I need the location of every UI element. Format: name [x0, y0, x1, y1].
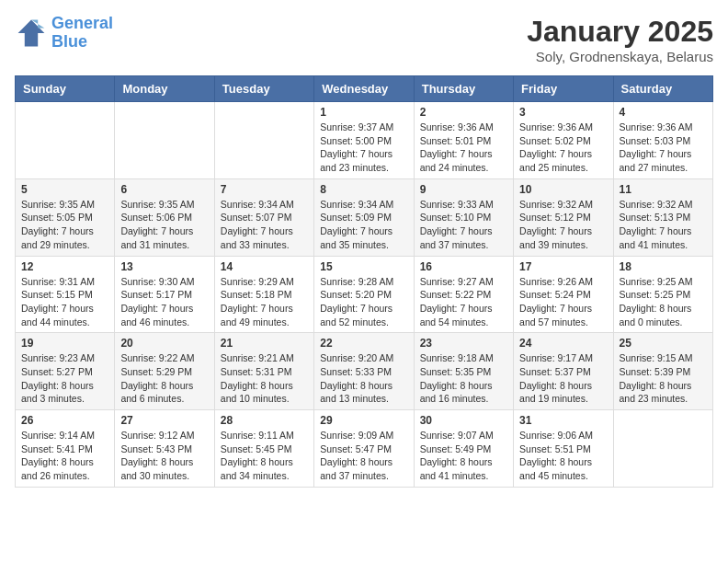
day-info: Sunrise: 9:23 AM Sunset: 5:27 PM Dayligh… — [21, 351, 108, 406]
calendar-cell: 30Sunrise: 9:07 AM Sunset: 5:49 PM Dayli… — [414, 410, 513, 488]
day-number: 30 — [420, 414, 507, 427]
day-info: Sunrise: 9:34 AM Sunset: 5:09 PM Dayligh… — [320, 198, 407, 252]
calendar-cell — [16, 102, 115, 179]
day-number: 5 — [21, 183, 108, 196]
day-info: Sunrise: 9:32 AM Sunset: 5:13 PM Dayligh… — [620, 198, 707, 252]
day-number: 23 — [420, 337, 507, 350]
day-info: Sunrise: 9:17 AM Sunset: 5:37 PM Dayligh… — [519, 351, 607, 406]
logo-text: General Blue — [51, 15, 113, 52]
day-number: 9 — [420, 183, 507, 196]
calendar-cell: 16Sunrise: 9:27 AM Sunset: 5:22 PM Dayli… — [414, 256, 513, 333]
calendar-cell: 11Sunrise: 9:32 AM Sunset: 5:13 PM Dayli… — [613, 178, 712, 256]
day-info: Sunrise: 9:25 AM Sunset: 5:25 PM Dayligh… — [620, 275, 707, 329]
calendar-cell: 24Sunrise: 9:17 AM Sunset: 5:37 PM Dayli… — [514, 333, 613, 410]
day-number: 25 — [620, 337, 707, 350]
calendar-cell: 20Sunrise: 9:22 AM Sunset: 5:29 PM Dayli… — [115, 333, 214, 410]
day-info: Sunrise: 9:12 AM Sunset: 5:43 PM Dayligh… — [120, 429, 208, 483]
calendar-week-row: 26Sunrise: 9:14 AM Sunset: 5:41 PM Dayli… — [16, 410, 713, 488]
calendar-cell: 22Sunrise: 9:20 AM Sunset: 5:33 PM Dayli… — [314, 333, 414, 410]
calendar-cell: 4Sunrise: 9:36 AM Sunset: 5:03 PM Daylig… — [613, 102, 712, 179]
calendar-table: SundayMondayTuesdayWednesdayThursdayFrid… — [15, 75, 713, 488]
day-info: Sunrise: 9:26 AM Sunset: 5:24 PM Dayligh… — [519, 275, 607, 329]
day-info: Sunrise: 9:27 AM Sunset: 5:22 PM Dayligh… — [420, 275, 507, 329]
weekday-header: Friday — [514, 76, 613, 102]
calendar-cell: 27Sunrise: 9:12 AM Sunset: 5:43 PM Dayli… — [115, 410, 214, 488]
day-number: 2 — [420, 106, 507, 119]
day-info: Sunrise: 9:21 AM Sunset: 5:31 PM Dayligh… — [221, 351, 308, 406]
day-info: Sunrise: 9:11 AM Sunset: 5:45 PM Dayligh… — [221, 429, 308, 483]
day-info: Sunrise: 9:20 AM Sunset: 5:33 PM Dayligh… — [320, 351, 407, 406]
day-number: 12 — [21, 260, 108, 273]
day-info: Sunrise: 9:14 AM Sunset: 5:41 PM Dayligh… — [21, 429, 108, 483]
calendar-cell — [214, 102, 313, 179]
calendar-header-row: SundayMondayTuesdayWednesdayThursdayFrid… — [16, 76, 713, 102]
month-title: January 2025 — [527, 15, 713, 49]
day-number: 15 — [320, 260, 407, 273]
day-number: 18 — [620, 260, 707, 273]
calendar-cell: 14Sunrise: 9:29 AM Sunset: 5:18 PM Dayli… — [214, 256, 313, 333]
calendar-cell: 13Sunrise: 9:30 AM Sunset: 5:17 PM Dayli… — [115, 256, 214, 333]
calendar-cell: 25Sunrise: 9:15 AM Sunset: 5:39 PM Dayli… — [613, 333, 712, 410]
day-number: 13 — [120, 260, 208, 273]
day-info: Sunrise: 9:35 AM Sunset: 5:06 PM Dayligh… — [120, 198, 208, 252]
svg-marker-0 — [18, 19, 45, 46]
day-number: 20 — [120, 337, 208, 350]
page-header: General Blue January 2025 Soly, Grodnens… — [15, 15, 713, 64]
day-info: Sunrise: 9:35 AM Sunset: 5:05 PM Dayligh… — [21, 198, 108, 252]
day-info: Sunrise: 9:37 AM Sunset: 5:00 PM Dayligh… — [320, 121, 407, 175]
day-info: Sunrise: 9:28 AM Sunset: 5:20 PM Dayligh… — [320, 275, 407, 329]
day-info: Sunrise: 9:15 AM Sunset: 5:39 PM Dayligh… — [620, 351, 707, 406]
day-number: 6 — [120, 183, 208, 196]
day-number: 3 — [519, 106, 607, 119]
calendar-week-row: 1Sunrise: 9:37 AM Sunset: 5:00 PM Daylig… — [16, 102, 713, 179]
weekday-header: Tuesday — [214, 76, 313, 102]
title-block: January 2025 Soly, Grodnenskaya, Belarus — [527, 15, 713, 64]
calendar-cell: 12Sunrise: 9:31 AM Sunset: 5:15 PM Dayli… — [16, 256, 115, 333]
day-number: 14 — [221, 260, 308, 273]
day-number: 1 — [320, 106, 407, 119]
logo-icon — [15, 17, 48, 50]
calendar-week-row: 12Sunrise: 9:31 AM Sunset: 5:15 PM Dayli… — [16, 256, 713, 333]
calendar-cell: 15Sunrise: 9:28 AM Sunset: 5:20 PM Dayli… — [314, 256, 414, 333]
calendar-cell — [115, 102, 214, 179]
location: Soly, Grodnenskaya, Belarus — [527, 49, 713, 64]
day-info: Sunrise: 9:07 AM Sunset: 5:49 PM Dayligh… — [420, 429, 507, 483]
calendar-week-row: 5Sunrise: 9:35 AM Sunset: 5:05 PM Daylig… — [16, 178, 713, 256]
day-number: 17 — [519, 260, 607, 273]
day-number: 8 — [320, 183, 407, 196]
calendar-cell: 19Sunrise: 9:23 AM Sunset: 5:27 PM Dayli… — [16, 333, 115, 410]
calendar-cell: 18Sunrise: 9:25 AM Sunset: 5:25 PM Dayli… — [613, 256, 712, 333]
weekday-header: Monday — [115, 76, 214, 102]
calendar-cell: 29Sunrise: 9:09 AM Sunset: 5:47 PM Dayli… — [314, 410, 414, 488]
day-info: Sunrise: 9:34 AM Sunset: 5:07 PM Dayligh… — [221, 198, 308, 252]
calendar-cell: 31Sunrise: 9:06 AM Sunset: 5:51 PM Dayli… — [514, 410, 613, 488]
calendar-week-row: 19Sunrise: 9:23 AM Sunset: 5:27 PM Dayli… — [16, 333, 713, 410]
calendar-cell: 21Sunrise: 9:21 AM Sunset: 5:31 PM Dayli… — [214, 333, 313, 410]
day-info: Sunrise: 9:36 AM Sunset: 5:01 PM Dayligh… — [420, 121, 507, 175]
calendar-cell: 17Sunrise: 9:26 AM Sunset: 5:24 PM Dayli… — [514, 256, 613, 333]
calendar-cell: 3Sunrise: 9:36 AM Sunset: 5:02 PM Daylig… — [514, 102, 613, 179]
day-number: 22 — [320, 337, 407, 350]
day-number: 11 — [620, 183, 707, 196]
day-number: 31 — [519, 414, 607, 427]
weekday-header: Saturday — [613, 76, 712, 102]
calendar-cell: 2Sunrise: 9:36 AM Sunset: 5:01 PM Daylig… — [414, 102, 513, 179]
day-info: Sunrise: 9:36 AM Sunset: 5:02 PM Dayligh… — [519, 121, 607, 175]
day-info: Sunrise: 9:22 AM Sunset: 5:29 PM Dayligh… — [120, 351, 208, 406]
weekday-header: Thursday — [414, 76, 513, 102]
calendar-cell: 1Sunrise: 9:37 AM Sunset: 5:00 PM Daylig… — [314, 102, 414, 179]
calendar-cell: 8Sunrise: 9:34 AM Sunset: 5:09 PM Daylig… — [314, 178, 414, 256]
day-info: Sunrise: 9:18 AM Sunset: 5:35 PM Dayligh… — [420, 351, 507, 406]
day-number: 16 — [420, 260, 507, 273]
day-number: 7 — [221, 183, 308, 196]
day-info: Sunrise: 9:33 AM Sunset: 5:10 PM Dayligh… — [420, 198, 507, 252]
day-number: 21 — [221, 337, 308, 350]
calendar-cell: 5Sunrise: 9:35 AM Sunset: 5:05 PM Daylig… — [16, 178, 115, 256]
calendar-cell: 7Sunrise: 9:34 AM Sunset: 5:07 PM Daylig… — [214, 178, 313, 256]
day-number: 26 — [21, 414, 108, 427]
day-info: Sunrise: 9:29 AM Sunset: 5:18 PM Dayligh… — [221, 275, 308, 329]
calendar-cell: 6Sunrise: 9:35 AM Sunset: 5:06 PM Daylig… — [115, 178, 214, 256]
calendar-cell: 9Sunrise: 9:33 AM Sunset: 5:10 PM Daylig… — [414, 178, 513, 256]
day-info: Sunrise: 9:09 AM Sunset: 5:47 PM Dayligh… — [320, 429, 407, 483]
day-info: Sunrise: 9:31 AM Sunset: 5:15 PM Dayligh… — [21, 275, 108, 329]
